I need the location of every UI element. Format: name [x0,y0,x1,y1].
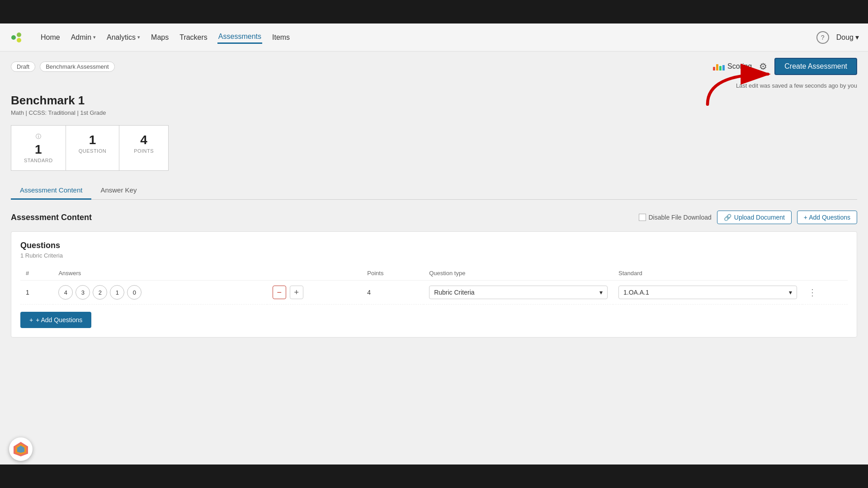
stats-row: ⓘ 1 STANDARD 1 QUESTION 4 POINTS [11,125,857,171]
badges: Draft Benchmark Assessment [11,61,115,72]
svg-point-1 [17,33,21,37]
section-actions: Disable File Download 🔗 Upload Document … [639,211,858,224]
nav-item-admin[interactable]: Admin ▾ [70,32,97,43]
user-menu[interactable]: Doug ▾ [836,33,859,42]
answer-bubble-0: 0 [127,285,142,300]
scoring-bar-icon [713,62,725,70]
draft-badge: Draft [11,61,35,72]
section-header: Assessment Content Disable File Download… [11,211,857,224]
more-options-icon[interactable]: ⋮ [808,287,817,297]
sub-header: Draft Benchmark Assessment Scoring ⚙ Cre… [0,52,868,81]
stat-question-number: 1 [79,133,106,147]
col-header-standard: Standard [613,266,802,281]
nav-items: Home Admin ▾ Analytics ▾ Maps Trackers A… [40,31,806,44]
nav-right: ? Doug ▾ [816,31,859,44]
settings-icon[interactable]: ⚙ [759,61,767,72]
stat-standard: ⓘ 1 STANDARD [11,125,66,171]
stat-question-label: QUESTION [79,148,106,154]
col-header-question-type: Question type [424,266,613,281]
svg-point-2 [17,38,21,42]
col-header-points: Points [362,266,424,281]
stat-points: 4 POINTS [119,125,169,171]
scoring-button[interactable]: Scoring [713,62,752,70]
col-header-number: # [20,266,53,281]
stat-question: 1 QUESTION [66,125,119,171]
row-standard: 1.OA.A.1 ▾ [613,281,802,305]
question-type-chevron-icon: ▾ [599,289,603,296]
decrement-button[interactable]: − [273,286,286,299]
nav-item-analytics[interactable]: Analytics ▾ [106,32,141,43]
page-body: Benchmark 1 Math | CCSS: Traditional | 1… [0,94,868,348]
add-questions-main-button[interactable]: + + Add Questions [20,312,91,328]
questions-table: # Answers Points Question type Standard … [20,266,848,305]
answer-bubble-4: 4 [58,285,73,300]
sub-header-actions: Scoring ⚙ Create Assessment [713,58,857,75]
tab-assessment-content[interactable]: Assessment Content [11,182,91,200]
link-icon: 🔗 [724,214,731,221]
row-question-type: Rubric Criteria ▾ [424,281,613,305]
answer-bubbles: 4 3 2 1 0 [58,285,261,300]
top-black-bar [0,0,868,23]
nav-item-home[interactable]: Home [40,32,61,43]
stat-standard-number: 1 [24,142,53,157]
row-points: 4 [362,281,424,305]
standard-chevron-icon: ▾ [789,289,792,296]
admin-chevron-icon: ▾ [93,34,96,40]
stat-points-label: POINTS [132,148,156,154]
tabs: Assessment Content Answer Key [11,182,857,200]
nav-item-items[interactable]: Items [271,32,291,43]
main-content: Draft Benchmark Assessment Scoring ⚙ Cre… [0,52,868,465]
svg-point-0 [11,35,16,40]
logo [9,29,25,46]
user-chevron-icon: ▾ [855,33,859,42]
row-more: ⋮ [802,281,848,305]
upload-document-button[interactable]: 🔗 Upload Document [717,211,792,224]
info-icon[interactable]: ⓘ [36,133,41,141]
answer-bubble-3: 3 [75,285,90,300]
table-row: 1 4 3 2 1 0 − [20,281,848,305]
add-questions-outline-button[interactable]: + Add Questions [797,211,857,224]
plus-icon: + [29,316,33,324]
nav-item-maps[interactable]: Maps [150,32,170,43]
assessment-title: Benchmark 1 [11,94,857,108]
nav-item-trackers[interactable]: Trackers [179,32,208,43]
create-assessment-button[interactable]: Create Assessment [774,58,857,75]
row-answers: 4 3 2 1 0 [53,281,267,305]
svg-text:49: 49 [24,441,29,446]
row-stepper: − + [267,281,362,305]
bottom-black-bar: 49 [0,465,868,488]
tab-answer-key[interactable]: Answer Key [91,182,146,200]
stat-points-number: 4 [132,133,156,147]
questions-card: Questions 1 Rubric Criteria # Answers Po… [11,231,857,338]
last-edit-text: Last edit was saved a few seconds ago by… [0,81,868,94]
stat-standard-label: STANDARD [24,158,53,163]
increment-button[interactable]: + [290,286,303,299]
assessment-meta: Math | CCSS: Traditional | 1st Grade [11,109,857,116]
row-number: 1 [20,281,53,305]
questions-card-title: Questions [20,241,848,250]
col-header-actions [802,266,848,281]
disable-download-toggle[interactable]: Disable File Download [639,214,712,221]
standard-select[interactable]: 1.OA.A.1 ▾ [618,286,797,299]
col-header-spacer [267,266,362,281]
rubric-subtitle: 1 Rubric Criteria [20,252,848,259]
analytics-chevron-icon: ▾ [137,34,140,40]
nav-item-assessments[interactable]: Assessments [217,31,262,44]
disable-download-checkbox[interactable] [639,214,646,221]
col-header-answers: Answers [53,266,267,281]
point-stepper: − + [273,286,356,299]
section-title: Assessment Content [11,213,92,222]
answer-bubble-2: 2 [93,285,107,300]
benchmark-badge: Benchmark Assessment [40,61,114,72]
help-button[interactable]: ? [816,31,829,44]
navbar: Home Admin ▾ Analytics ▾ Maps Trackers A… [0,23,868,52]
diamond-badge[interactable]: 49 [9,437,33,461]
question-type-select[interactable]: Rubric Criteria ▾ [429,286,608,299]
answer-bubble-1: 1 [110,285,124,300]
